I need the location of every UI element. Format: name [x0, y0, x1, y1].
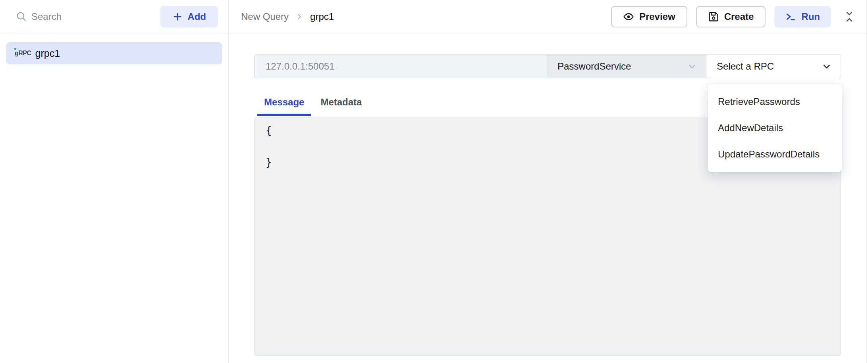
- save-icon: [708, 11, 719, 22]
- run-button-label: Run: [801, 11, 820, 22]
- sidebar-item-label: grpc1: [35, 48, 60, 59]
- sidebar-header: Add: [0, 0, 228, 33]
- add-button-label: Add: [187, 11, 206, 22]
- main-header: New Query grpc1 Preview Create: [229, 0, 868, 33]
- eye-icon: [623, 11, 634, 22]
- rpc-option-updatepassworddetails[interactable]: UpdatePasswordDetails: [708, 141, 842, 167]
- tab-message[interactable]: Message: [257, 97, 311, 116]
- grpc-logo-icon: gRPC: [14, 50, 31, 56]
- create-button[interactable]: Create: [696, 6, 766, 27]
- search-input[interactable]: [31, 11, 127, 22]
- breadcrumb-parent[interactable]: New Query: [241, 11, 289, 22]
- breadcrumb: New Query grpc1: [241, 11, 334, 22]
- query-editor-pane: PasswordService Select a RPC Message Met…: [229, 34, 868, 363]
- chevron-right-icon: [295, 12, 304, 21]
- sidebar: Add gRPC grpc1: [0, 0, 229, 363]
- create-button-label: Create: [724, 11, 754, 22]
- right-pane-divider: [866, 0, 867, 363]
- rpc-option-retrievepasswords[interactable]: RetrievePasswords: [708, 89, 842, 115]
- endpoint-input[interactable]: [266, 61, 536, 72]
- chevron-down-icon: [687, 61, 697, 72]
- search-icon: [16, 11, 27, 22]
- service-select-value: PasswordService: [557, 61, 631, 72]
- search-box[interactable]: [16, 11, 160, 22]
- run-button[interactable]: Run: [774, 6, 831, 27]
- plus-icon: [172, 12, 183, 22]
- tab-metadata[interactable]: Metadata: [320, 97, 362, 116]
- rpc-select-placeholder: Select a RPC: [717, 61, 774, 72]
- endpoint-field[interactable]: [255, 55, 547, 78]
- breadcrumb-current[interactable]: grpc1: [310, 11, 334, 22]
- grpc-query-editor-app: Add gRPC grpc1 New Query grpc1 Preview: [0, 0, 868, 363]
- request-config-bar: PasswordService Select a RPC: [254, 54, 841, 78]
- collapse-vertical-icon: [844, 10, 854, 23]
- rpc-option-addnewdetails[interactable]: AddNewDetails: [708, 115, 842, 141]
- terminal-icon: [785, 11, 796, 22]
- add-query-button[interactable]: Add: [160, 6, 218, 27]
- collapse-pane-button[interactable]: [843, 9, 856, 25]
- request-tabs: Message Metadata: [257, 97, 362, 116]
- preview-button[interactable]: Preview: [611, 6, 687, 27]
- rpc-select[interactable]: Select a RPC: [706, 55, 841, 78]
- chevron-down-icon: [822, 61, 832, 72]
- query-list: gRPC grpc1: [0, 33, 228, 73]
- preview-button-label: Preview: [639, 11, 675, 22]
- rpc-dropdown-menu: RetrievePasswords AddNewDetails UpdatePa…: [708, 84, 842, 172]
- service-select[interactable]: PasswordService: [547, 55, 706, 78]
- sidebar-item-grpc1[interactable]: gRPC grpc1: [6, 42, 222, 64]
